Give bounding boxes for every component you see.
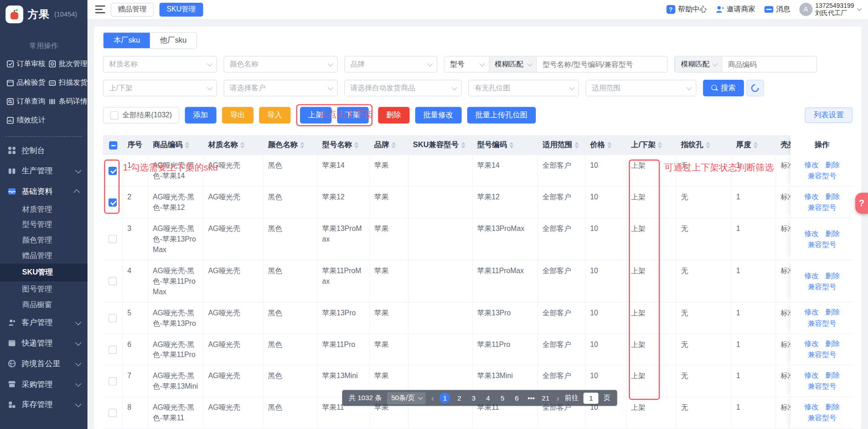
- batch-edit-button[interactable]: 批量修改: [415, 107, 462, 123]
- page-button-•••[interactable]: •••: [526, 393, 536, 403]
- page-button-21[interactable]: 21: [540, 393, 551, 403]
- quick-op-barcode-detail[interactable]: 条码详情: [49, 96, 87, 106]
- page-button-3[interactable]: 3: [469, 393, 479, 403]
- page-button-5[interactable]: 5: [497, 393, 508, 403]
- edit-link[interactable]: 修改: [804, 370, 819, 380]
- page-button-4[interactable]: 4: [483, 393, 493, 403]
- delete-link[interactable]: 删除: [825, 160, 840, 170]
- row-checkbox-cell[interactable]: [103, 155, 123, 187]
- delete-link[interactable]: 删除: [825, 370, 840, 380]
- sidebar-item-express[interactable]: 快递管理: [0, 333, 87, 353]
- col-sku-compat[interactable]: SKU兼容型号: [409, 135, 473, 155]
- compat-link[interactable]: 兼容型号: [808, 413, 836, 424]
- edit-link[interactable]: 修改: [804, 339, 819, 349]
- delete-link[interactable]: 删除: [825, 402, 840, 412]
- delete-link[interactable]: 删除: [825, 270, 840, 280]
- color-select[interactable]: 颜色名称: [224, 56, 338, 72]
- row-checkbox[interactable]: [109, 377, 117, 385]
- quick-op-inspection[interactable]: 品检验货: [7, 77, 46, 88]
- list-settings-button[interactable]: 列表设置: [805, 107, 852, 123]
- sidebar-item-production[interactable]: 生产管理: [0, 160, 87, 181]
- export-button[interactable]: 导出: [222, 107, 253, 123]
- row-checkbox-cell[interactable]: [103, 218, 123, 260]
- user-menu[interactable]: A 13725493199 刘氏代工厂: [799, 2, 860, 16]
- compat-link[interactable]: 兼容型号: [808, 319, 836, 329]
- delete-link[interactable]: 删除: [825, 229, 840, 239]
- delete-link[interactable]: 删除: [825, 339, 840, 349]
- edit-link[interactable]: 修改: [804, 402, 819, 412]
- next-page-button[interactable]: ›: [556, 393, 560, 403]
- search-button[interactable]: 搜索: [703, 80, 744, 96]
- sidebar-item-purchase[interactable]: 采购管理: [0, 374, 87, 395]
- tab-gift-manage[interactable]: 赠品管理: [111, 2, 154, 16]
- sidebar-item-base-data[interactable]: 基础资料: [0, 181, 87, 202]
- sidebar-subitem-sku[interactable]: SKU管理: [0, 264, 87, 281]
- page-button-1[interactable]: 1: [440, 393, 450, 403]
- edit-link[interactable]: 修改: [804, 270, 819, 280]
- sidebar-item-crossborder[interactable]: 跨境首公里: [0, 353, 87, 374]
- col-fingerprint[interactable]: 指纹孔: [677, 135, 732, 155]
- col-scope[interactable]: 适用范围: [538, 135, 586, 155]
- batch-upload-holes-button[interactable]: 批量上传孔位图: [467, 107, 535, 123]
- messages-link[interactable]: 消息: [764, 5, 791, 15]
- select-all-results[interactable]: 全部结果(1032): [103, 107, 179, 123]
- row-checkbox[interactable]: [109, 314, 117, 322]
- edit-link[interactable]: 修改: [804, 308, 819, 318]
- page-button-6[interactable]: 6: [512, 393, 522, 403]
- help-fab-button[interactable]: ?: [855, 193, 868, 214]
- header-checkbox-cell[interactable]: [103, 135, 123, 155]
- delete-link[interactable]: 删除: [825, 308, 840, 318]
- tab-sku-manage[interactable]: SKU管理: [159, 2, 203, 16]
- col-brand[interactable]: 品牌: [370, 135, 409, 155]
- refresh-button[interactable]: [746, 80, 764, 96]
- sidebar-item-inventory[interactable]: 库存管理: [0, 394, 87, 415]
- quick-op-order-review[interactable]: 订单审核: [7, 59, 46, 69]
- delete-link[interactable]: 删除: [825, 192, 840, 202]
- compat-link[interactable]: 兼容型号: [808, 350, 836, 360]
- scope-select[interactable]: 适用范围: [586, 80, 697, 96]
- row-checkbox-cell[interactable]: [103, 334, 123, 366]
- model-keyword-input[interactable]: [537, 56, 667, 72]
- compat-link[interactable]: 兼容型号: [808, 382, 836, 392]
- tab-own-factory-sku[interactable]: 本厂sku: [104, 33, 150, 48]
- col-shelf-status[interactable]: 上/下架: [627, 135, 677, 155]
- import-button[interactable]: 导入: [259, 107, 290, 123]
- sidebar-subitem-showcase[interactable]: 商品橱窗: [0, 297, 87, 313]
- brand-select[interactable]: 品牌: [344, 56, 437, 72]
- edit-link[interactable]: 修改: [804, 160, 819, 170]
- compat-link[interactable]: 兼容型号: [808, 282, 836, 292]
- match-mode-select-1[interactable]: 模糊匹配: [489, 56, 537, 72]
- delete-button[interactable]: 删除: [378, 107, 409, 123]
- row-checkbox-cell[interactable]: [103, 260, 123, 302]
- compat-link[interactable]: 兼容型号: [808, 203, 836, 213]
- col-material[interactable]: 材质名称: [204, 135, 264, 155]
- auto-ship-select[interactable]: 请选择自动发货商品: [344, 80, 462, 96]
- product-code-input[interactable]: [722, 56, 816, 72]
- edit-link[interactable]: 修改: [804, 192, 819, 202]
- customer-select[interactable]: 请选择客户: [224, 80, 338, 96]
- material-select[interactable]: 材质名称: [103, 56, 217, 72]
- col-thickness[interactable]: 厚度: [732, 135, 776, 155]
- invite-merchant-link[interactable]: 邀请商家: [715, 5, 755, 15]
- add-button[interactable]: 添加: [185, 107, 216, 123]
- model-field-select[interactable]: 型号: [444, 56, 488, 72]
- sidebar-subitem-drawing[interactable]: 图号管理: [0, 281, 87, 297]
- row-checkbox-cell[interactable]: [103, 366, 123, 397]
- row-checkbox-cell[interactable]: [103, 187, 123, 218]
- sidebar-item-console[interactable]: 控制台: [0, 140, 87, 161]
- edit-link[interactable]: 修改: [804, 229, 819, 239]
- sidebar-subitem-model[interactable]: 型号管理: [0, 217, 87, 233]
- shelf-status-select[interactable]: 上/下架: [103, 80, 217, 96]
- row-checkbox[interactable]: [109, 198, 117, 206]
- row-checkbox[interactable]: [109, 277, 117, 285]
- row-checkbox[interactable]: [109, 166, 117, 175]
- col-color[interactable]: 颜色名称: [263, 135, 317, 155]
- quick-op-scan-ship[interactable]: 扫描发货: [49, 77, 87, 88]
- col-model-code[interactable]: 型号编码: [473, 135, 538, 155]
- row-checkbox-cell[interactable]: [103, 302, 123, 334]
- select-all-checkbox[interactable]: [110, 111, 118, 119]
- goto-page-input[interactable]: [584, 392, 599, 403]
- match-mode-select-2[interactable]: 模糊匹配: [675, 56, 722, 72]
- row-checkbox[interactable]: [109, 235, 117, 243]
- quick-op-performance[interactable]: 绩效统计: [7, 115, 46, 125]
